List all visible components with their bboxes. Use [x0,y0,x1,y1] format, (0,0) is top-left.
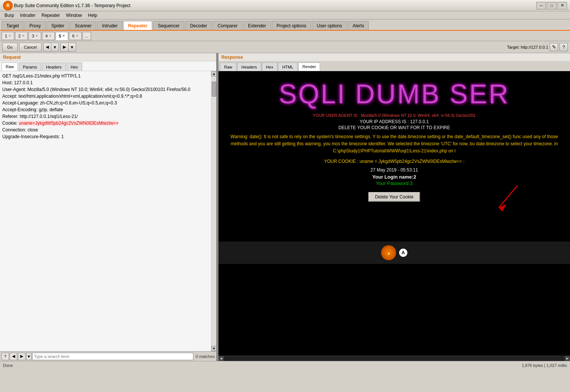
menu-help[interactable]: Help [85,12,100,19]
bottom-content: 🔥 A [218,241,570,264]
delete-cookie-msg: DELETE YOUR COOKIE OR WAIT FOR IT TO EXP… [226,125,563,130]
number-tabs-row: 1 × 2 × 3 × 4 × 5 × 6 × ... [0,31,570,41]
go-button[interactable]: Go [2,43,18,52]
title-bar-controls: ─ □ ✕ [536,2,567,9]
response-tab-html[interactable]: HTML [278,63,298,71]
prev-dropdown-button[interactable]: ▼ [51,43,59,52]
response-tab-hex[interactable]: Hex [262,63,278,71]
response-tab-raw[interactable]: Raw [220,63,236,71]
request-tab-headers[interactable]: Headers [42,63,66,71]
cancel-button[interactable]: Cancel [19,43,42,52]
request-sub-tabs: Raw Params Headers Hex [0,61,216,71]
toolbar-row: Go Cancel ◀ ▼ ▶ ▼ Target: http://127.0.0… [0,41,570,53]
scroll-thumb[interactable] [212,82,216,97]
tab-project-options[interactable]: Project options [272,21,311,30]
tab-proxy[interactable]: Proxy [24,21,46,30]
menu-window[interactable]: Window [63,12,85,19]
next-dropdown-button[interactable]: ▼ [68,43,76,52]
minimize-button[interactable]: ─ [536,2,546,9]
target-help-button[interactable]: ? [560,43,568,51]
resp-scroll-track[interactable] [224,356,565,361]
close-tab-6-icon[interactable]: × [76,34,78,38]
response-text-content: YOUR USER AGENT IS : Mozilla/5.0 (Window… [218,113,570,241]
num-tab-3[interactable]: 3 × [28,32,41,40]
request-search-bar: ? ◀ ▶ ▼ 0 matches [0,351,216,361]
main-tabs-row: Target Proxy Spider Scanner Intruder Rep… [0,19,570,31]
title-bar: B Burp Suite Community Edition v1.7.36 -… [0,0,570,11]
warning-block: Warning: date(): It is not safe to rely … [226,133,563,155]
num-tab-1[interactable]: 1 × [1,32,14,40]
request-body-container: GET /sql1/Less-21/index.php HTTP/1.1 Hos… [0,71,216,351]
menu-repeater[interactable]: Repeater [39,12,63,19]
next-nav-group: ▶ ▼ [60,43,76,52]
close-button[interactable]: ✕ [557,2,567,9]
tab-repeater[interactable]: Repeater [123,21,152,30]
annotation-area [226,204,563,241]
maximize-button[interactable]: □ [547,2,557,9]
request-scrollbar[interactable]: ▲ ▼ [211,71,216,351]
response-tab-headers[interactable]: Headers [237,63,261,71]
close-tab-1-icon[interactable]: × [9,34,11,38]
user-agent-line: YOUR USER AGENT IS : Mozilla/5.0 (Window… [226,113,563,118]
search-help-button[interactable]: ? [1,353,9,360]
svg-line-0 [499,185,518,208]
num-tab-6[interactable]: 6 × [69,32,82,40]
tab-intruder[interactable]: Intruder [97,21,122,30]
status-left-text: Done [3,363,13,368]
response-panel: Response Raw Headers Hex HTML Render SQL… [218,53,570,361]
scroll-up-arrow[interactable]: ▲ [211,71,216,76]
search-prev-button[interactable]: ◀ [10,353,17,360]
edit-target-button[interactable]: ✎ [550,43,558,51]
sqli-title: SQLI DUMB SER [218,71,570,113]
menu-intruder[interactable]: Intruder [17,12,38,19]
target-info: Target: http://127.0.0.1 ✎ ? [507,43,568,51]
main-split: Request Raw Params Headers Hex GET /sql1… [0,53,570,361]
tab-spider[interactable]: Spider [46,21,69,30]
next-button[interactable]: ▶ [60,43,68,52]
a-icon: A [399,249,407,257]
menu-bar: Burp Intruder Repeater Window Help [0,11,570,19]
close-tab-5-icon[interactable]: × [63,34,65,38]
close-tab-4-icon[interactable]: × [49,34,51,38]
red-arrow-annotation [488,182,533,219]
status-right-text: 1,876 bytes | 1,027 millis [522,363,567,368]
close-tab-3-icon[interactable]: × [36,34,38,38]
tab-alerts[interactable]: Alerts [348,21,369,30]
date-line: 27 May 2019 - 05:53:11 [226,167,563,173]
tab-comparer[interactable]: Comparer [213,21,242,30]
search-next-dropdown-button[interactable]: ▼ [26,353,31,360]
request-tab-raw[interactable]: Raw [1,63,18,71]
menu-burp[interactable]: Burp [1,12,17,19]
svg-marker-1 [499,204,506,212]
request-body-text[interactable]: GET /sql1/Less-21/index.php HTTP/1.1 Hos… [0,71,216,351]
tab-scanner[interactable]: Scanner [70,21,97,30]
tab-target[interactable]: Target [1,21,24,30]
tab-decoder[interactable]: Decoder [185,21,212,30]
tab-extender[interactable]: Extender [243,21,271,30]
resp-scroll-right[interactable]: ▶ [565,356,570,361]
ip-line: YOUR IP ADDRESS IS : 127.0.0.1 [226,119,563,124]
matches-label: 0 matches [196,354,215,359]
response-sub-tabs: Raw Headers Hex HTML Render [218,61,570,71]
num-tab-2[interactable]: 2 × [15,32,28,40]
title-bar-text: Burp Suite Community Edition v1.7.36 - T… [14,3,536,8]
more-tabs-button[interactable]: ... [82,32,91,40]
burp-logo-response: 🔥 [381,245,396,260]
cookie-block: YOUR COOKIE : uname = JykgdW5pb24gc2VsZW… [226,158,563,165]
prev-button[interactable]: ◀ [43,43,51,52]
resp-scroll-left[interactable]: ◀ [218,356,224,361]
search-input[interactable] [32,353,193,360]
response-tab-render[interactable]: Render [298,63,320,71]
delete-cookie-button[interactable]: Delete Your Cookie [368,192,420,202]
close-tab-2-icon[interactable]: × [22,34,24,38]
tab-sequencer[interactable]: Sequencer [153,21,184,30]
num-tab-4[interactable]: 4 × [42,32,55,40]
scroll-down-arrow[interactable]: ▼ [211,346,216,351]
response-content: SQLI DUMB SER YOUR USER AGENT IS : Mozil… [218,71,570,356]
search-next-button[interactable]: ▶ [18,353,25,360]
request-panel-header: Request [0,53,216,61]
request-tab-hex[interactable]: Hex [67,63,82,71]
num-tab-5[interactable]: 5 × [55,32,68,40]
request-tab-params[interactable]: Params [19,63,41,71]
tab-user-options[interactable]: User options [312,21,347,30]
